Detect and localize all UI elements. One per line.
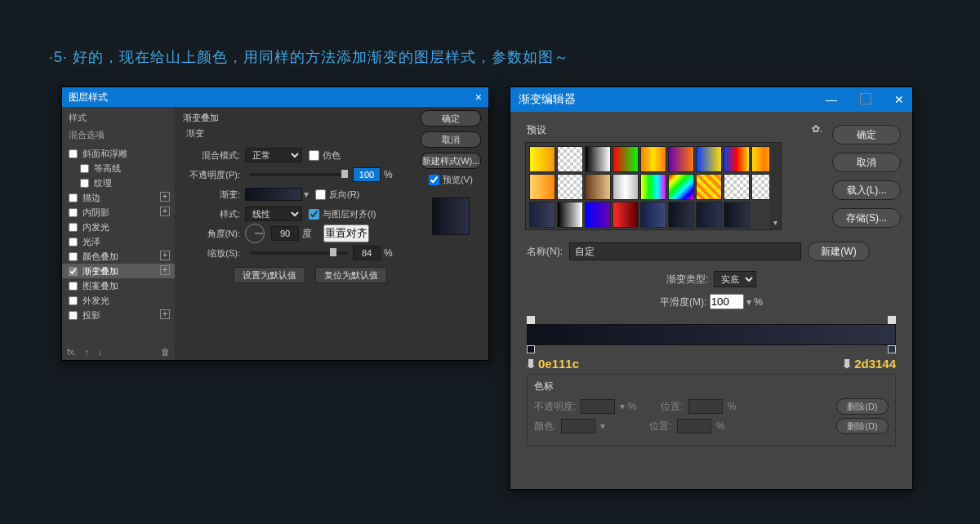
preset-swatch[interactable] (612, 174, 639, 200)
stop-opacity-input[interactable] (581, 399, 615, 414)
close-icon[interactable]: ✕ (894, 93, 904, 106)
gradient-overlay-checkbox[interactable] (69, 267, 78, 276)
fx-icon[interactable]: fx. (67, 347, 77, 357)
style-select[interactable]: 线性 (245, 206, 302, 221)
reset-align-button[interactable]: 重置对齐 (323, 224, 369, 242)
cancel-button[interactable]: 取消 (421, 131, 481, 148)
preset-swatch[interactable] (640, 202, 666, 228)
effect-inner-shadow[interactable]: 内阴影+ (62, 205, 175, 220)
gear-icon[interactable]: ✿. (812, 123, 822, 137)
color-stop-left[interactable] (527, 345, 535, 353)
delete-stop-button[interactable]: 删除(D) (836, 398, 889, 415)
ok-button[interactable]: 确定 (832, 125, 901, 144)
preset-swatch[interactable] (668, 174, 694, 200)
effect-outer-glow[interactable]: 外发光 (62, 293, 175, 308)
preset-swatch[interactable] (529, 174, 555, 200)
cancel-button[interactable]: 取消 (832, 153, 901, 172)
preset-swatch[interactable] (668, 146, 694, 172)
arrow-up-icon[interactable]: ↑ (85, 347, 90, 357)
preset-swatch[interactable] (724, 202, 750, 228)
scale-input[interactable] (353, 246, 381, 260)
align-layer-checkbox[interactable] (309, 209, 319, 220)
preset-swatch[interactable] (696, 174, 722, 200)
preset-swatch[interactable] (696, 202, 722, 228)
smooth-input[interactable] (710, 294, 744, 309)
color-overlay-checkbox[interactable] (69, 252, 78, 261)
name-input[interactable] (569, 242, 801, 260)
type-select[interactable]: 实底 (714, 271, 756, 287)
gradient-bar[interactable] (527, 324, 896, 345)
stop-position-input[interactable] (688, 399, 723, 414)
ok-button[interactable]: 确定 (421, 110, 481, 127)
blend-options[interactable]: 混合选项 (62, 127, 175, 146)
effect-satin[interactable]: 光泽 (62, 234, 175, 249)
preset-swatch[interactable] (585, 174, 611, 200)
contour-checkbox[interactable] (80, 164, 89, 173)
angle-input[interactable] (271, 226, 299, 241)
preset-swatch[interactable] (640, 174, 666, 200)
preview-checkbox[interactable] (429, 175, 439, 185)
presets-scrollbar[interactable]: ▾ (769, 143, 781, 229)
opacity-stop-left[interactable] (527, 316, 535, 324)
add-icon[interactable]: + (160, 309, 170, 319)
color-stop-right[interactable] (888, 345, 896, 353)
effect-bevel[interactable]: 斜面和浮雕 (62, 146, 175, 161)
texture-checkbox[interactable] (80, 179, 89, 188)
reverse-checkbox[interactable] (315, 189, 326, 200)
new-button[interactable]: 新建(W) (808, 242, 870, 261)
preset-swatch[interactable] (724, 174, 750, 200)
effect-stroke[interactable]: 描边+ (62, 190, 175, 205)
stop-position-input-2[interactable] (677, 419, 711, 433)
delete-stop-button-2[interactable]: 删除(D) (836, 418, 889, 434)
effect-gradient-overlay[interactable]: 渐变叠加+ (62, 264, 175, 278)
pattern-overlay-checkbox[interactable] (69, 282, 78, 291)
preset-swatch[interactable] (724, 146, 750, 172)
save-button[interactable]: 存储(S)... (832, 208, 901, 228)
blend-mode-select[interactable]: 正常 (245, 148, 302, 162)
preset-swatch[interactable] (557, 174, 583, 200)
load-button[interactable]: 载入(L)... (832, 180, 901, 200)
reset-default-button[interactable]: 复位为默认值 (315, 267, 387, 283)
trash-icon[interactable]: 🗑 (161, 347, 170, 357)
add-icon[interactable]: + (160, 265, 170, 275)
preset-swatch[interactable] (529, 146, 555, 172)
effect-contour[interactable]: 等高线 (62, 161, 175, 175)
effect-pattern-overlay[interactable]: 图案叠加 (62, 278, 175, 293)
preset-swatch[interactable] (557, 146, 583, 172)
angle-dial[interactable] (245, 224, 265, 243)
preset-swatch[interactable] (612, 202, 639, 228)
layer-style-titlebar[interactable]: 图层样式 × (62, 87, 488, 107)
preset-swatch[interactable] (640, 146, 666, 172)
gradient-track[interactable] (527, 324, 896, 345)
inner-glow-checkbox[interactable] (69, 223, 78, 232)
minimize-icon[interactable]: — (826, 93, 837, 106)
drop-shadow-checkbox[interactable] (69, 311, 78, 320)
outer-glow-checkbox[interactable] (69, 296, 78, 305)
bevel-checkbox[interactable] (69, 149, 78, 158)
dither-checkbox[interactable] (309, 150, 319, 161)
add-icon[interactable]: + (160, 251, 170, 260)
inner-shadow-checkbox[interactable] (69, 208, 78, 217)
maximize-icon[interactable] (860, 93, 871, 104)
preset-swatch[interactable] (612, 146, 639, 172)
gradient-swatch[interactable] (245, 188, 302, 201)
opacity-slider[interactable] (250, 173, 348, 176)
preset-swatch[interactable] (585, 146, 611, 172)
preset-swatch[interactable] (696, 146, 722, 172)
add-icon[interactable]: + (160, 206, 170, 216)
opacity-input[interactable] (353, 167, 381, 182)
set-default-button[interactable]: 设置为默认值 (234, 267, 305, 283)
chevron-down-icon[interactable]: ▾ (304, 189, 309, 200)
preset-swatch[interactable] (557, 202, 583, 228)
arrow-down-icon[interactable]: ↓ (97, 347, 102, 357)
preset-swatch[interactable] (585, 202, 611, 228)
preset-swatch[interactable] (668, 202, 694, 228)
effect-color-overlay[interactable]: 颜色叠加+ (62, 249, 175, 264)
add-icon[interactable]: + (160, 192, 170, 202)
new-style-button[interactable]: 新建样式(W)... (421, 153, 481, 169)
gradient-editor-titlebar[interactable]: 渐变编辑器 — ✕ (510, 87, 912, 112)
effect-drop-shadow[interactable]: 投影+ (62, 308, 175, 322)
close-icon[interactable]: × (475, 91, 482, 104)
stroke-checkbox[interactable] (69, 193, 78, 202)
opacity-stop-right[interactable] (888, 316, 896, 324)
